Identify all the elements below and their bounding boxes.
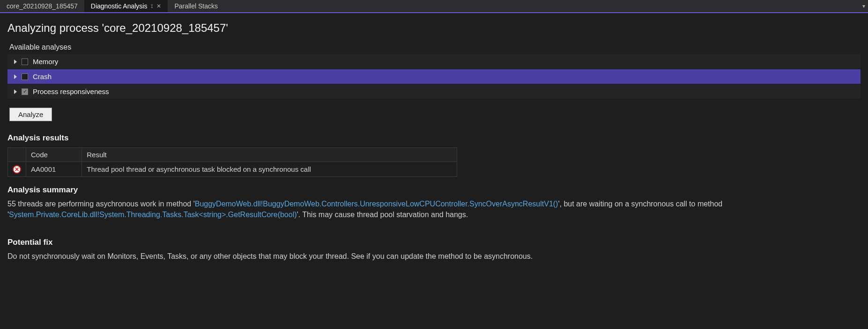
analysis-label: Memory xyxy=(33,58,58,66)
analysis-row-crash[interactable]: Crash xyxy=(7,69,861,84)
error-icon: ✕ xyxy=(13,165,21,174)
results-heading: Analysis results xyxy=(7,133,861,143)
row-result: Thread pool thread or asynchronous task … xyxy=(82,162,457,177)
tab-core-dump[interactable]: core_20210928_185457 xyxy=(0,0,84,12)
checkbox-crash[interactable] xyxy=(22,73,28,80)
summary-part: 55 threads are performing asychronous wo… xyxy=(7,200,195,208)
summary-method-link-1[interactable]: BuggyDemoWeb.dll!BuggyDemoWeb.Controller… xyxy=(195,200,558,208)
tab-bar: core_20210928_185457 Diagnostic Analysis… xyxy=(0,0,868,13)
col-icon xyxy=(8,148,26,162)
main-content: Analyzing process 'core_20210928_185457'… xyxy=(0,13,868,271)
table-row[interactable]: ✕ AA0001 Thread pool thread or asynchron… xyxy=(8,162,457,177)
tab-label: Diagnostic Analysis xyxy=(91,2,148,10)
fix-heading: Potential fix xyxy=(7,238,861,247)
summary-heading: Analysis summary xyxy=(7,185,861,195)
checkbox-responsiveness[interactable]: ✓ xyxy=(22,88,28,95)
results-table: Code Result ✕ AA0001 Thread pool thread … xyxy=(7,147,457,177)
close-icon[interactable]: ✕ xyxy=(156,3,161,9)
summary-text: 55 threads are performing asychronous wo… xyxy=(7,198,851,220)
analysis-row-responsiveness[interactable]: ✓ Process responsiveness xyxy=(7,84,861,99)
expander-icon[interactable] xyxy=(14,89,17,94)
analyze-button[interactable]: Analyze xyxy=(9,108,52,121)
tab-label: core_20210928_185457 xyxy=(7,2,78,10)
expander-icon[interactable] xyxy=(14,59,17,64)
checkbox-memory[interactable] xyxy=(22,58,28,65)
expander-icon[interactable] xyxy=(14,74,17,79)
tab-parallel-stacks[interactable]: Parallel Stacks xyxy=(168,0,224,12)
analysis-list: Memory Crash ✓ Process responsiveness xyxy=(7,54,861,99)
summary-part: '. This may cause thread pool starvation… xyxy=(297,211,468,219)
col-result: Result xyxy=(82,148,457,162)
tab-diagnostic-analysis[interactable]: Diagnostic Analysis ⟟ ✕ xyxy=(84,0,168,12)
available-analyses-label: Available analyses xyxy=(9,43,861,51)
fix-text: Do not synchronously wait on Monitors, E… xyxy=(7,251,851,262)
analysis-label: Crash xyxy=(33,73,52,80)
pin-icon[interactable]: ⟟ xyxy=(151,3,153,9)
col-code: Code xyxy=(26,148,82,162)
analysis-row-memory[interactable]: Memory xyxy=(7,54,861,69)
page-title: Analyzing process 'core_20210928_185457' xyxy=(7,22,861,35)
tab-label: Parallel Stacks xyxy=(174,2,218,10)
tab-overflow-dropdown[interactable]: ▾ xyxy=(860,3,868,9)
row-code: AA0001 xyxy=(26,162,82,177)
analysis-label: Process responsiveness xyxy=(33,88,109,95)
summary-method-link-2[interactable]: System.Private.CoreLib.dll!System.Thread… xyxy=(9,211,297,219)
row-icon-cell: ✕ xyxy=(8,162,26,177)
